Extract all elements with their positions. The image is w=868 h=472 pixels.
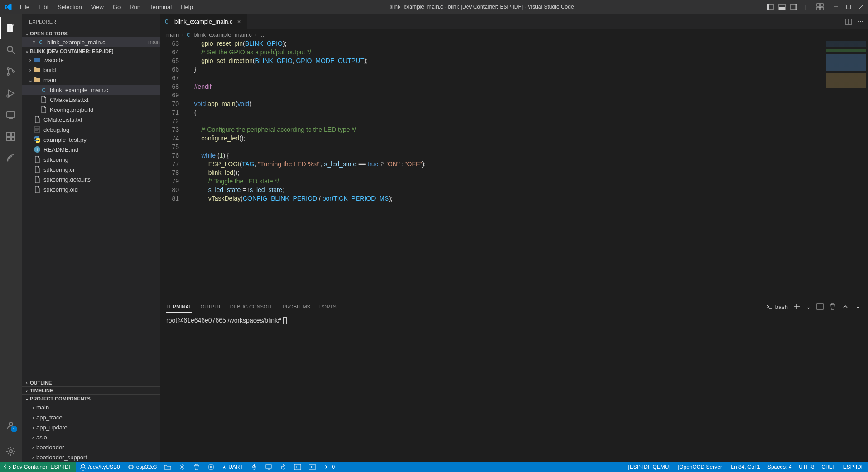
component-item[interactable]: › app_update bbox=[22, 422, 160, 432]
chevron-icon[interactable]: ⌄ bbox=[27, 77, 34, 83]
status-target[interactable]: [ESP-IDF QEMU] bbox=[625, 464, 674, 470]
activity-accounts[interactable]: 1 bbox=[0, 415, 22, 437]
activity-espressif[interactable] bbox=[0, 148, 22, 169]
menu-run[interactable]: Run bbox=[126, 2, 144, 12]
chevron-icon[interactable]: › bbox=[27, 67, 34, 73]
breadcrumb-file[interactable]: Cblink_example_main.c bbox=[187, 31, 252, 38]
close-panel-icon[interactable] bbox=[854, 303, 862, 310]
status-monitor-icon[interactable] bbox=[261, 462, 276, 472]
tree-folder[interactable]: › build bbox=[22, 65, 160, 75]
status-cursor[interactable]: Ln 84, Col 1 bbox=[727, 464, 764, 470]
menu-go[interactable]: Go bbox=[109, 2, 124, 12]
section-workspace[interactable]: ⌄ BLINK [DEV CONTAINER: ESP-IDF] bbox=[22, 47, 160, 55]
trash-icon[interactable] bbox=[829, 303, 836, 310]
chevron-down-icon[interactable]: ⌄ bbox=[806, 303, 811, 310]
component-item[interactable]: › app_trace bbox=[22, 412, 160, 422]
tree-file[interactable]: example_test.py bbox=[22, 135, 160, 144]
chevron-icon[interactable]: › bbox=[27, 57, 34, 63]
activity-search[interactable] bbox=[0, 39, 22, 61]
tree-folder[interactable]: › .vscode bbox=[22, 55, 160, 65]
status-openocd[interactable]: [OpenOCD Server] bbox=[674, 464, 727, 470]
section-project-components[interactable]: ⌄ PROJECT COMPONENTS bbox=[22, 394, 160, 402]
maximize-icon[interactable] bbox=[845, 4, 852, 10]
activity-source-control[interactable] bbox=[0, 61, 22, 82]
panel-tab-problems[interactable]: PROBLEMS bbox=[283, 301, 310, 312]
status-warnings[interactable]: 0 bbox=[319, 462, 339, 472]
new-terminal-icon[interactable] bbox=[793, 303, 800, 310]
close-icon[interactable]: × bbox=[236, 18, 243, 25]
status-flame-icon[interactable] bbox=[276, 462, 290, 472]
status-debug-icon[interactable] bbox=[305, 462, 319, 472]
status-flash-icon[interactable] bbox=[247, 462, 261, 472]
tree-file[interactable]: CMakeLists.txt bbox=[22, 115, 160, 125]
menu-file[interactable]: File bbox=[16, 2, 33, 12]
status-encoding[interactable]: UTF-8 bbox=[795, 464, 818, 470]
panel-tab-output[interactable]: OUTPUT bbox=[201, 301, 221, 312]
tree-file[interactable]: sdkconfig bbox=[22, 154, 160, 164]
activity-settings[interactable] bbox=[0, 440, 22, 462]
layout-panel-left-icon[interactable] bbox=[767, 3, 774, 10]
menu-view[interactable]: View bbox=[87, 2, 107, 12]
open-editor-item[interactable]: × C blink_example_main.c main bbox=[22, 37, 160, 47]
split-editor-icon[interactable] bbox=[845, 18, 852, 25]
close-icon[interactable]: × bbox=[31, 39, 37, 46]
editor-body[interactable]: 63646566676869707172737475767778798081 g… bbox=[160, 39, 868, 299]
tree-file[interactable]: C blink_example_main.c bbox=[22, 85, 160, 95]
status-lang[interactable]: ESP-IDF bbox=[839, 464, 868, 470]
panel-tab-terminal[interactable]: TERMINAL bbox=[166, 301, 192, 313]
status-build-icon[interactable] bbox=[204, 462, 218, 472]
panel-tab-debug-console[interactable]: DEBUG CONSOLE bbox=[230, 301, 274, 312]
tree-file[interactable]: debug.log bbox=[22, 125, 160, 135]
status-port[interactable]: /dev/ttyUSB0 bbox=[76, 462, 124, 472]
tree-file[interactable]: i README.md bbox=[22, 144, 160, 154]
component-item[interactable]: › bootloader_support bbox=[22, 452, 160, 462]
more-icon[interactable]: ⋯ bbox=[858, 18, 863, 25]
split-terminal-icon[interactable] bbox=[816, 303, 824, 310]
maximize-panel-icon[interactable] bbox=[842, 303, 849, 310]
activity-extensions[interactable] bbox=[0, 126, 22, 148]
close-icon[interactable] bbox=[858, 4, 864, 10]
breadcrumb-symbol[interactable]: ... bbox=[259, 31, 264, 38]
menu-selection[interactable]: Selection bbox=[54, 2, 85, 12]
terminal-body[interactable]: root@61e646e07665:/workspaces/blink# bbox=[160, 314, 868, 462]
section-timeline[interactable]: › TIMELINE bbox=[22, 386, 160, 394]
minimize-icon[interactable] bbox=[833, 4, 839, 10]
status-trash-icon[interactable] bbox=[189, 462, 204, 472]
breadcrumb-folder[interactable]: main bbox=[166, 31, 179, 38]
component-item[interactable]: › asio bbox=[22, 432, 160, 442]
section-open-editors[interactable]: ⌄ OPEN EDITORS bbox=[22, 29, 160, 37]
status-terminal-icon[interactable] bbox=[290, 462, 305, 472]
status-open-folder-icon[interactable] bbox=[160, 462, 175, 472]
component-item[interactable]: › bootloader bbox=[22, 442, 160, 452]
customize-layout-icon[interactable] bbox=[816, 3, 824, 10]
tab-file[interactable]: C blink_example_main.c × bbox=[160, 14, 248, 29]
menu-edit[interactable]: Edit bbox=[35, 2, 52, 12]
status-spaces[interactable]: Spaces: 4 bbox=[764, 464, 795, 470]
section-outline[interactable]: › OUTLINE bbox=[22, 379, 160, 386]
status-settings-icon[interactable] bbox=[175, 462, 189, 472]
tree-folder[interactable]: ⌄ main bbox=[22, 75, 160, 85]
tree-file[interactable]: sdkconfig.defaults bbox=[22, 174, 160, 184]
activity-run-debug[interactable] bbox=[0, 82, 22, 104]
tree-file[interactable]: sdkconfig.old bbox=[22, 184, 160, 194]
activity-explorer[interactable] bbox=[0, 17, 22, 39]
breadcrumbs[interactable]: main › Cblink_example_main.c › ... bbox=[160, 29, 868, 39]
activity-remote-explorer[interactable] bbox=[0, 104, 22, 126]
tree-file[interactable]: Kconfig.projbuild bbox=[22, 105, 160, 115]
status-remote[interactable]: Dev Container: ESP-IDF bbox=[0, 462, 76, 472]
tree-file[interactable]: CMakeLists.txt bbox=[22, 95, 160, 105]
status-uart[interactable]: ★UART bbox=[218, 462, 246, 472]
layout-panel-bottom-icon[interactable] bbox=[778, 3, 786, 10]
terminal-profile[interactable]: bash bbox=[766, 303, 788, 310]
menu-terminal[interactable]: Terminal bbox=[146, 2, 175, 12]
layout-panel-right-icon[interactable] bbox=[790, 3, 797, 10]
status-eol[interactable]: CRLF bbox=[818, 464, 839, 470]
tree-file[interactable]: sdkconfig.ci bbox=[22, 164, 160, 174]
minimap[interactable] bbox=[825, 39, 868, 299]
menu-help[interactable]: Help bbox=[177, 2, 197, 12]
panel-tab-ports[interactable]: PORTS bbox=[319, 301, 337, 312]
code-content[interactable]: gpio_reset_pin(BLINK_GPIO); /* Set the G… bbox=[187, 39, 825, 299]
component-item[interactable]: › main bbox=[22, 402, 160, 412]
more-icon[interactable]: ⋯ bbox=[148, 19, 153, 24]
status-chip[interactable]: esp32c3 bbox=[124, 462, 160, 472]
